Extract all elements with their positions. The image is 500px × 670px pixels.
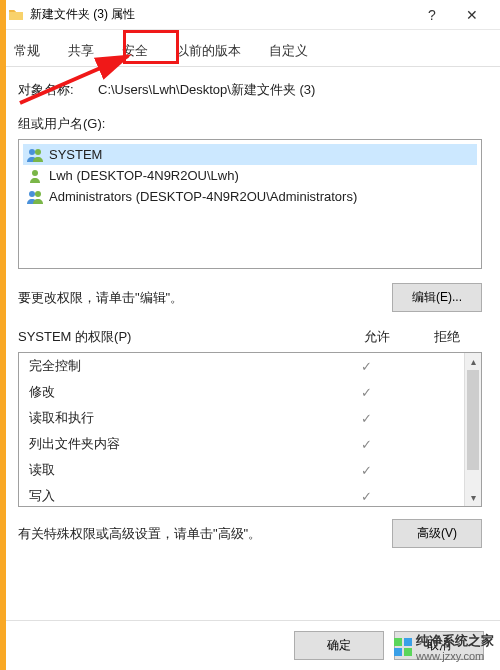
allow-check-icon: ✓ (331, 437, 401, 452)
user-item-lwh[interactable]: Lwh (DESKTOP-4N9R2OU\Lwh) (23, 165, 477, 186)
perm-name: 修改 (29, 383, 331, 401)
svg-point-4 (29, 191, 35, 197)
edit-row: 要更改权限，请单击"编辑"。 编辑(E)... (18, 283, 482, 312)
advanced-row: 有关特殊权限或高级设置，请单击"高级"。 高级(V) (18, 519, 482, 548)
user-name: Lwh (DESKTOP-4N9R2OU\Lwh) (49, 168, 239, 183)
ok-button[interactable]: 确定 (294, 631, 384, 660)
folder-icon (8, 7, 24, 23)
user-list[interactable]: SYSTEM Lwh (DESKTOP-4N9R2OU\Lwh) Adminis… (18, 139, 482, 269)
perm-name: 列出文件夹内容 (29, 435, 331, 453)
allow-check-icon: ✓ (331, 489, 401, 504)
permissions-title: SYSTEM 的权限(P) (18, 328, 342, 346)
tab-general[interactable]: 常规 (0, 36, 54, 66)
permissions-list: 完全控制 ✓ 修改 ✓ 读取和执行 ✓ 列出文件夹内容 ✓ 读取 ✓ 写入 ✓ (18, 352, 482, 507)
user-item-system[interactable]: SYSTEM (23, 144, 477, 165)
tab-security[interactable]: 安全 (108, 36, 162, 66)
scroll-up-icon[interactable]: ▴ (465, 353, 481, 370)
perm-name: 写入 (29, 487, 331, 505)
perm-row[interactable]: 读取和执行 ✓ (19, 405, 481, 431)
permissions-header: SYSTEM 的权限(P) 允许 拒绝 (18, 328, 482, 346)
svg-point-2 (35, 149, 41, 155)
user-icon (27, 169, 43, 183)
object-name-label: 对象名称: (18, 81, 98, 99)
watermark-url: www.jzxy.com (416, 650, 494, 662)
groups-label: 组或用户名(G): (18, 115, 482, 133)
perm-name: 读取 (29, 461, 331, 479)
perm-row[interactable]: 列出文件夹内容 ✓ (19, 431, 481, 457)
advanced-button[interactable]: 高级(V) (392, 519, 482, 548)
edit-button[interactable]: 编辑(E)... (392, 283, 482, 312)
content-area: 对象名称: C:\Users\Lwh\Desktop\新建文件夹 (3) 组或用… (0, 67, 500, 562)
edit-hint: 要更改权限，请单击"编辑"。 (18, 289, 382, 307)
perm-name: 完全控制 (29, 357, 331, 375)
object-name-row: 对象名称: C:\Users\Lwh\Desktop\新建文件夹 (3) (18, 81, 482, 99)
user-name: Administrators (DESKTOP-4N9R2OU\Administ… (49, 189, 357, 204)
tab-previous-versions[interactable]: 以前的版本 (162, 36, 255, 66)
perm-row[interactable]: 读取 ✓ (19, 457, 481, 483)
scroll-thumb[interactable] (467, 370, 479, 470)
tabs: 常规 共享 安全 以前的版本 自定义 (0, 30, 500, 67)
watermark-logo-icon (394, 638, 412, 656)
scroll-down-icon[interactable]: ▾ (465, 489, 481, 506)
user-name: SYSTEM (49, 147, 102, 162)
tab-share[interactable]: 共享 (54, 36, 108, 66)
deny-header: 拒绝 (412, 328, 482, 346)
titlebar: 新建文件夹 (3) 属性 ? ✕ (0, 0, 500, 30)
advanced-hint: 有关特殊权限或高级设置，请单击"高级"。 (18, 525, 382, 543)
close-button[interactable]: ✕ (452, 7, 492, 23)
user-item-administrators[interactable]: Administrators (DESKTOP-4N9R2OU\Administ… (23, 186, 477, 207)
perm-row[interactable]: 写入 ✓ (19, 483, 481, 507)
window-title: 新建文件夹 (3) 属性 (30, 6, 412, 23)
allow-check-icon: ✓ (331, 411, 401, 426)
users-icon (27, 190, 43, 204)
help-button[interactable]: ? (412, 7, 452, 23)
perm-row[interactable]: 完全控制 ✓ (19, 353, 481, 379)
perm-name: 读取和执行 (29, 409, 331, 427)
watermark: 纯净系统之家 www.jzxy.com (394, 632, 494, 662)
perm-row[interactable]: 修改 ✓ (19, 379, 481, 405)
users-icon (27, 148, 43, 162)
svg-point-1 (29, 149, 35, 155)
allow-check-icon: ✓ (331, 385, 401, 400)
tab-custom[interactable]: 自定义 (255, 36, 322, 66)
allow-check-icon: ✓ (331, 359, 401, 374)
object-name-value: C:\Users\Lwh\Desktop\新建文件夹 (3) (98, 81, 482, 99)
allow-header: 允许 (342, 328, 412, 346)
svg-point-5 (35, 191, 41, 197)
allow-check-icon: ✓ (331, 463, 401, 478)
watermark-name: 纯净系统之家 (416, 633, 494, 648)
scrollbar[interactable]: ▴ ▾ (464, 353, 481, 506)
svg-point-3 (32, 170, 38, 176)
